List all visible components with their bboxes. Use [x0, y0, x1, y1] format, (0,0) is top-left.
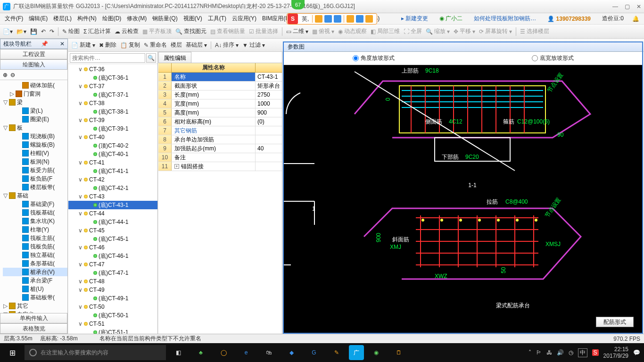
- component-item[interactable]: ∨CT-41: [68, 158, 157, 167]
- ime-icon[interactable]: [347, 15, 354, 23]
- pin-icon[interactable]: 📌: [41, 41, 48, 47]
- flatroof-button[interactable]: ▦ 平齐板顶: [142, 27, 172, 35]
- task-app[interactable]: 广: [349, 345, 364, 360]
- component-item[interactable]: ∨CT-48: [68, 277, 157, 286]
- expand-icon[interactable]: ⊕: [3, 72, 8, 78]
- menu-item[interactable]: 修改(M): [125, 14, 149, 24]
- search-input[interactable]: [70, 53, 145, 63]
- menu-item[interactable]: 绘图(D): [100, 14, 124, 24]
- component-item[interactable]: (底)CT-47-1: [68, 269, 157, 277]
- menu-item[interactable]: BIM应用(I): [260, 14, 291, 24]
- ime-icon[interactable]: [324, 15, 332, 23]
- task-app[interactable]: ◯: [213, 343, 234, 362]
- tree-node[interactable]: 板洞(N): [3, 157, 67, 166]
- rename-button[interactable]: ✎ 重命名: [144, 41, 167, 49]
- tree-node[interactable]: 柱墩(Y): [3, 225, 67, 234]
- floor-select[interactable]: 基础层 ▾: [186, 41, 207, 49]
- pan-button[interactable]: ✥ 平移 ▾: [454, 27, 475, 35]
- batchsel-button[interactable]: ☑ 批量选择: [249, 27, 278, 35]
- task-app[interactable]: G: [304, 343, 324, 362]
- engset-button[interactable]: 工程设置: [0, 49, 67, 59]
- maximize-button[interactable]: ▢: [625, 3, 630, 10]
- tree-node[interactable]: 承台梁(F: [3, 276, 67, 285]
- property-grid[interactable]: 1名称CT-43-12截面形状矩形承台3长度(mm)27504宽度(mm)100…: [158, 73, 282, 334]
- menu-zaodou[interactable]: 造价豆:0: [600, 14, 626, 24]
- menu-item[interactable]: 构件(N): [75, 14, 99, 24]
- ime-icon[interactable]: [334, 15, 341, 23]
- taskview-button[interactable]: ◧: [168, 343, 189, 362]
- start-button[interactable]: ⊞: [2, 343, 23, 362]
- prop-tab[interactable]: 属性编辑: [158, 52, 191, 63]
- ime-lang[interactable]: 英,: [300, 15, 311, 23]
- tray-flag-icon[interactable]: 🏳: [536, 349, 542, 356]
- prop-row[interactable]: 7其它钢筋: [158, 126, 282, 135]
- component-item[interactable]: (顶)CT-40-2: [68, 141, 157, 150]
- angle-slope-radio[interactable]: 角度放坡形式: [353, 54, 395, 62]
- tree-node[interactable]: ▽板: [3, 123, 67, 132]
- tree-node[interactable]: 板负筋(F: [3, 174, 67, 183]
- cortana-search[interactable]: 在这里输入你要搜索的内容: [25, 345, 166, 360]
- selfloor-button[interactable]: ☰ 选择楼层: [520, 27, 549, 35]
- minimize-button[interactable]: —: [612, 3, 618, 10]
- component-item[interactable]: ∨CT-38: [68, 99, 157, 107]
- cad-canvas[interactable]: 1-1 上部筋 9C18 0 侧面筋 4C12 箍筋 C12@100(6) 90…: [284, 65, 642, 333]
- component-item[interactable]: (底)CT-42-1: [68, 184, 157, 192]
- prop-row[interactable]: 10备注: [158, 153, 282, 162]
- component-item[interactable]: (底)CT-49-1: [68, 294, 157, 303]
- twod-button[interactable]: ▭ 二维 ▾: [286, 27, 308, 35]
- component-item[interactable]: ∨CT-43: [68, 192, 157, 201]
- close-button[interactable]: ✕: [636, 3, 641, 10]
- birdview-button[interactable]: ▦ 俯视 ▾: [312, 27, 334, 35]
- tree-node[interactable]: 筏板基础(: [3, 208, 67, 217]
- redo-button[interactable]: ↷: [50, 28, 54, 35]
- menu-item[interactable]: 钢筋量(Q): [150, 14, 179, 24]
- component-item[interactable]: ∨CT-40: [68, 133, 157, 141]
- delete-button[interactable]: ✖ 删除: [99, 41, 116, 49]
- save-button[interactable]: 💾: [30, 28, 37, 35]
- tree-node[interactable]: 桩承台(V): [3, 268, 67, 276]
- dynview-button[interactable]: ◉ 动态观察: [338, 27, 367, 35]
- component-item[interactable]: (底)CT-40-1: [68, 150, 157, 158]
- component-item[interactable]: (底)CT-51-1: [68, 328, 157, 334]
- prop-row[interactable]: 2截面形状矩形承台: [158, 82, 282, 90]
- tray-vol-icon[interactable]: 🔊: [557, 349, 564, 356]
- category-tree[interactable]: 砌体加筋(▷门窗洞▽梁梁(L)圈梁(E)▽板现浇板(B)螺旋板(B)柱帽(V)板…: [0, 80, 67, 313]
- tray-notif-icon[interactable]: 💬: [633, 349, 640, 356]
- tree-node[interactable]: 集水坑(K): [3, 217, 67, 225]
- zoom-button[interactable]: 🔍 缩放 ▾: [426, 27, 450, 35]
- component-item[interactable]: ∨CT-37: [68, 82, 157, 90]
- copy-button[interactable]: 📋 复制: [120, 41, 140, 49]
- component-item[interactable]: ∨CT-50: [68, 303, 157, 311]
- task-app[interactable]: ◆: [281, 343, 302, 362]
- tray-net-icon[interactable]: 🖧: [546, 349, 552, 356]
- prop-row[interactable]: 4宽度(mm)1000: [158, 99, 282, 108]
- menu-item[interactable]: 云应用(Y): [230, 14, 258, 24]
- task-app[interactable]: 🗒: [388, 343, 409, 362]
- tree-node[interactable]: 基础梁(F): [3, 200, 67, 208]
- component-item[interactable]: (底)CT-41-1: [68, 167, 157, 175]
- prop-row[interactable]: 9加强筋起步(mm)40: [158, 144, 282, 153]
- open-button[interactable]: 📂▾: [17, 28, 26, 35]
- component-tree[interactable]: ∨CT-36(底)CT-36-1∨CT-37(底)CT-37-1∨CT-38(底…: [68, 64, 157, 334]
- component-item[interactable]: ∨CT-44: [68, 209, 157, 218]
- compinput-button[interactable]: 单构件输入: [0, 313, 67, 323]
- tray-ime[interactable]: 中: [578, 348, 587, 357]
- drawinput-button[interactable]: 绘图输入: [0, 59, 67, 70]
- menu-phone[interactable]: 👤 13907298339: [545, 15, 593, 23]
- prop-row[interactable]: 11+锚固搭接: [158, 162, 282, 171]
- tree-node[interactable]: 圈梁(E): [3, 115, 67, 123]
- tree-node[interactable]: ▷其它: [3, 302, 67, 310]
- tray-sogou-icon[interactable]: S: [592, 349, 599, 356]
- rebar-form-button[interactable]: 配筋形式: [596, 317, 634, 327]
- task-app[interactable]: ◉: [366, 343, 387, 362]
- search-button[interactable]: 🔍: [146, 53, 156, 63]
- prop-row[interactable]: 5高度(mm)900: [158, 108, 282, 117]
- menu-user[interactable]: ◉ 广小二: [438, 14, 464, 24]
- component-item[interactable]: ∨CT-46: [68, 243, 157, 252]
- component-item[interactable]: (底)CT-38-1: [68, 107, 157, 116]
- tray-app-icon[interactable]: ◷: [569, 349, 573, 356]
- tree-node[interactable]: ▽基础: [3, 191, 67, 200]
- tree-node[interactable]: 现浇板(B): [3, 132, 67, 140]
- new-button[interactable]: 📄 新建 ▾: [71, 41, 95, 49]
- tree-node[interactable]: ▽梁: [3, 98, 67, 107]
